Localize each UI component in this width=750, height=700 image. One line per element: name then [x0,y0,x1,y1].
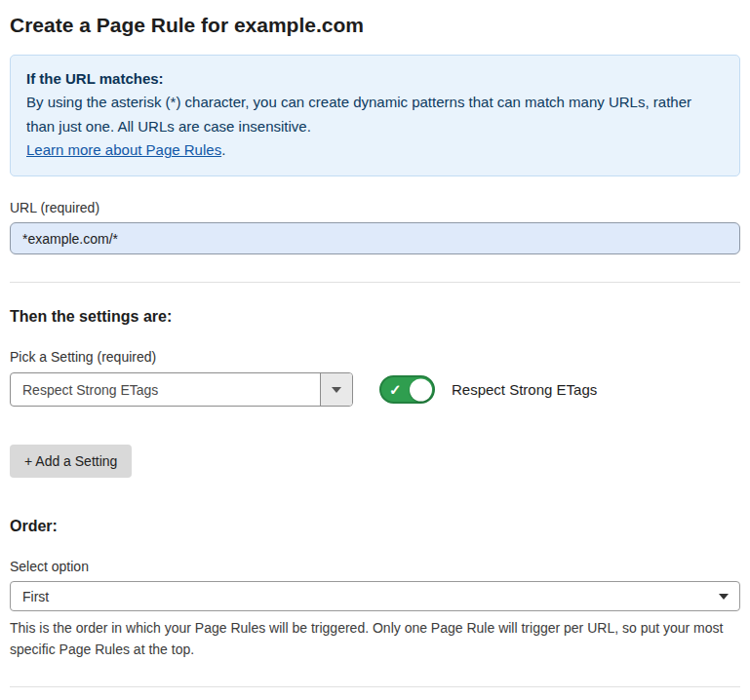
link-suffix: . [221,141,225,158]
order-heading: Order: [10,518,740,535]
url-input[interactable] [10,222,740,254]
pick-setting-label: Pick a Setting (required) [10,349,740,365]
settings-heading: Then the settings are: [10,308,740,326]
info-box-link-line: Learn more about Page Rules. [26,138,724,162]
toggle-label: Respect Strong ETags [452,381,597,398]
footer-divider [10,686,740,687]
check-icon: ✓ [389,382,402,397]
order-select-value: First [22,589,49,604]
order-select-label: Select option [10,559,740,574]
info-box-heading: If the URL matches: [26,67,724,91]
url-field-label: URL (required) [10,200,740,215]
chevron-down-icon [719,594,729,600]
section-divider [10,282,740,283]
info-box-body: By using the asterisk (*) character, you… [26,91,724,138]
page-rule-form: Create a Page Rule for example.com If th… [0,0,750,700]
toggle-knob [410,378,432,401]
order-select[interactable]: First [10,581,740,611]
etags-toggle[interactable]: ✓ [379,375,435,404]
setting-select-arrow-button[interactable] [320,373,352,406]
order-help-text: This is the order in which your Page Rul… [10,618,740,660]
url-match-info-box: If the URL matches: By using the asteris… [10,55,740,176]
add-setting-button[interactable]: + Add a Setting [10,445,132,478]
setting-select[interactable]: Respect Strong ETags [10,372,353,407]
learn-more-link[interactable]: Learn more about Page Rules [26,141,221,158]
setting-select-value: Respect Strong ETags [11,373,320,406]
chevron-down-icon [332,387,341,393]
page-title: Create a Page Rule for example.com [10,14,740,37]
setting-row: Respect Strong ETags ✓ Respect Strong ET… [10,372,740,407]
